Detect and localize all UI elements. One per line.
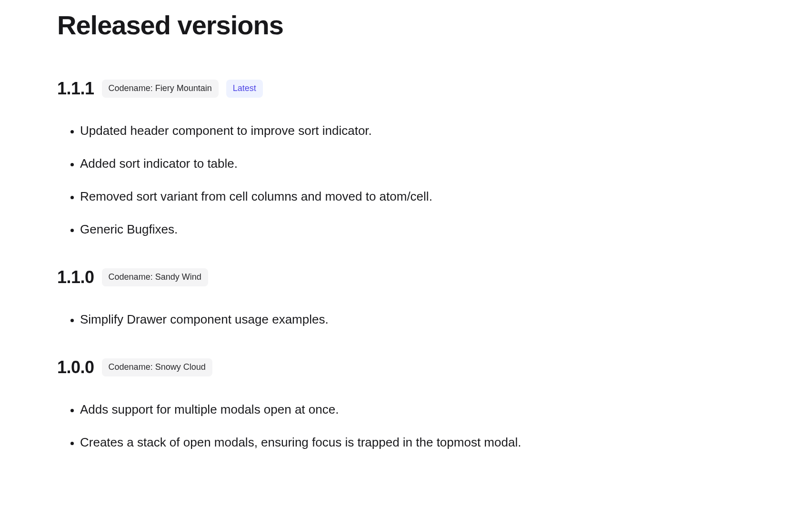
changelog-item: Simplify Drawer component usage examples… [80,310,755,329]
changelog-item: Added sort indicator to table. [80,154,755,173]
version-header: 1.0.0 Codename: Snowy Cloud [57,357,755,377]
changelog-item: Adds support for multiple modals open at… [80,400,755,419]
version-number: 1.1.1 [57,79,94,99]
changelog-item: Updated header component to improve sort… [80,122,755,140]
changelog-list: Updated header component to improve sort… [57,122,755,239]
version-block: 1.1.0 Codename: Sandy Wind Simplify Draw… [57,267,755,329]
version-header: 1.1.1 Codename: Fiery Mountain Latest [57,79,755,99]
page-title: Released versions [57,10,755,41]
version-number: 1.1.0 [57,267,94,287]
changelog-item: Creates a stack of open modals, ensuring… [80,433,755,452]
version-number: 1.0.0 [57,357,94,377]
changelog-list: Simplify Drawer component usage examples… [57,310,755,329]
latest-badge: Latest [226,80,263,97]
codename-badge: Codename: Snowy Cloud [102,358,212,376]
codename-badge: Codename: Fiery Mountain [102,80,219,97]
version-block: 1.1.1 Codename: Fiery Mountain Latest Up… [57,79,755,239]
changelog-item: Generic Bugfixes. [80,220,755,239]
version-header: 1.1.0 Codename: Sandy Wind [57,267,755,287]
codename-badge: Codename: Sandy Wind [102,268,208,286]
changelog-list: Adds support for multiple modals open at… [57,400,755,452]
changelog-item: Removed sort variant from cell columns a… [80,187,755,206]
version-block: 1.0.0 Codename: Snowy Cloud Adds support… [57,357,755,452]
